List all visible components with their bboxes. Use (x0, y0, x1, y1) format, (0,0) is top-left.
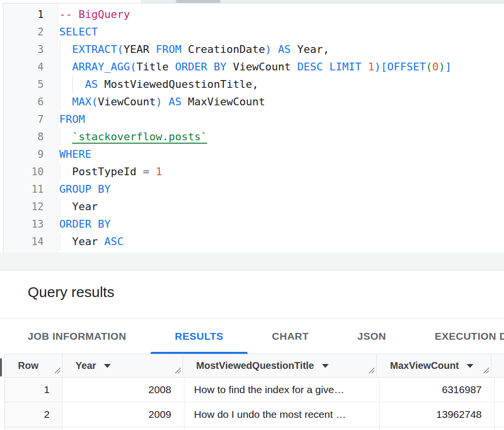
code-line-4: 4 ARRAY_AGG(Title ORDER BY ViewCount DES… (3, 58, 504, 76)
line-number: 7 (3, 111, 58, 128)
column-label: MostViewedQuestionTitle (196, 360, 314, 371)
cell-mostviewedquestiontitle (185, 427, 380, 430)
column-dropdown-icon[interactable] (104, 364, 111, 368)
line-number: 2 (3, 23, 58, 41)
line-number: 1 (3, 6, 58, 23)
line-number: 9 (3, 146, 58, 163)
code-text: SELECT (58, 23, 98, 41)
line-number: 8 (3, 128, 58, 146)
cell-filler (495, 378, 504, 402)
code-lines: 1-- BigQuery2SELECT3 EXTRACT(YEAR FROM C… (3, 3, 504, 250)
line-number: 10 (3, 163, 58, 181)
cell-maxviewcount (380, 427, 495, 430)
code-text: -- BigQuery (58, 6, 130, 23)
code-line-12: 12 Year (3, 198, 504, 215)
panel-splitter[interactable] (0, 252, 504, 270)
results-tab-bar: JOB INFORMATIONRESULTSCHARTJSONEXECUTION… (0, 318, 504, 354)
code-line-13: 13ORDER BY (3, 215, 504, 233)
cell-maxviewcount: 13962748 (380, 402, 495, 427)
line-number: 3 (3, 41, 58, 58)
query-results-title: Query results (0, 270, 504, 300)
code-line-10: 10 PostTypeId = 1 (3, 163, 504, 181)
tab-chart[interactable]: CHART (248, 318, 333, 354)
line-number: 13 (3, 215, 58, 233)
column-header-mostviewedquestiontitle[interactable]: MostViewedQuestionTitle (183, 354, 377, 377)
cell-row: 1 (5, 378, 63, 402)
left-scrollbar-thumb[interactable] (0, 358, 2, 377)
code-text: WHERE (58, 146, 91, 163)
cell-year: 2009 (63, 402, 184, 427)
column-label: MaxViewCount (390, 360, 459, 371)
line-number: 4 (3, 58, 58, 76)
cell-maxviewcount: 6316987 (380, 378, 495, 402)
code-text: Year (58, 198, 98, 215)
column-resize-handle-icon[interactable] (53, 365, 61, 376)
results-grid: RowYearMostViewedQuestionTitleMaxViewCou… (4, 354, 504, 430)
tab-results[interactable]: RESULTS (151, 318, 248, 354)
indent-guide (60, 198, 60, 215)
code-line-2: 2SELECT (3, 23, 504, 41)
tab-json[interactable]: JSON (333, 318, 410, 354)
code-text: MAX(ViewCount) AS MaxViewCount (58, 93, 265, 111)
cell-filler (495, 427, 504, 430)
tab-execution-details[interactable]: EXECUTION DETAILS (410, 318, 504, 354)
code-text: `stackoverflow.posts` (58, 128, 207, 146)
indent-guide (60, 233, 60, 250)
column-resize-handle-icon[interactable] (368, 365, 375, 376)
code-text: ORDER BY (58, 215, 111, 233)
query-results-header: Query results (0, 270, 504, 318)
code-text: GROUP BY (58, 181, 111, 198)
line-number: 5 (3, 76, 58, 93)
table-body: 12008How to find the index for a give…63… (5, 378, 504, 430)
code-line-11: 11GROUP BY (3, 181, 504, 198)
code-text: FROM (58, 111, 85, 128)
column-resize-handle-icon[interactable] (174, 365, 181, 376)
code-text: ARRAY_AGG(Title ORDER BY ViewCount DESC … (58, 58, 452, 76)
indent-guide (60, 41, 60, 58)
table-row-1: 12008How to find the index for a give…63… (5, 378, 504, 402)
bigquery-query-panel: 1-- BigQuery2SELECT3 EXTRACT(YEAR FROM C… (0, 0, 504, 430)
cell-mostviewedquestiontitle: How to find the index for a give… (185, 378, 380, 402)
results-table: RowYearMostViewedQuestionTitleMaxViewCou… (0, 354, 504, 430)
column-resize-handle-icon[interactable] (482, 365, 489, 376)
column-header-maxviewcount[interactable]: MaxViewCount (377, 354, 491, 377)
column-dropdown-icon[interactable] (322, 364, 329, 368)
table-header-row: RowYearMostViewedQuestionTitleMaxViewCou… (5, 354, 504, 378)
column-header-row[interactable]: Row (5, 354, 63, 377)
code-text: EXTRACT(YEAR FROM CreationDate) AS Year, (58, 41, 329, 58)
code-text: Year ASC (58, 233, 123, 250)
indent-guide (60, 76, 60, 93)
line-number: 6 (3, 93, 58, 111)
code-line-14: 14 Year ASC (3, 233, 504, 250)
cell-row (5, 427, 63, 430)
cell-mostviewedquestiontitle: How do I undo the most recent … (185, 402, 380, 427)
indent-guide (72, 76, 73, 93)
indent-guide (60, 93, 60, 111)
code-line-7: 7FROM (3, 111, 504, 128)
column-label: Row (18, 360, 38, 371)
code-line-6: 6 MAX(ViewCount) AS MaxViewCount (3, 93, 504, 111)
column-header-year[interactable]: Year (63, 354, 184, 377)
line-number: 11 (3, 181, 58, 198)
code-text: PostTypeId = 1 (58, 163, 162, 181)
cell-year (63, 427, 184, 430)
code-line-8: 8 `stackoverflow.posts` (3, 128, 504, 146)
column-label: Year (76, 360, 96, 371)
indent-guide (60, 163, 60, 181)
tab-job-information[interactable]: JOB INFORMATION (3, 318, 151, 354)
sql-editor[interactable]: 1-- BigQuery2SELECT3 EXTRACT(YEAR FROM C… (3, 3, 504, 252)
code-line-9: 9WHERE (3, 146, 504, 163)
column-header-filler (491, 354, 504, 377)
indent-guide (60, 58, 60, 76)
table-row-partial (5, 427, 504, 430)
code-line-3: 3 EXTRACT(YEAR FROM CreationDate) AS Yea… (3, 41, 504, 58)
cell-row: 2 (5, 402, 63, 427)
line-number: 12 (3, 198, 58, 215)
column-dropdown-icon[interactable] (467, 364, 473, 368)
code-line-1: 1-- BigQuery (3, 6, 504, 23)
code-text: AS MostViewedQuestionTitle, (58, 76, 259, 93)
table-row-2: 22009How do I undo the most recent …1396… (5, 402, 504, 427)
cell-year: 2008 (63, 378, 184, 402)
code-line-5: 5 AS MostViewedQuestionTitle, (3, 76, 504, 93)
cell-filler (495, 402, 504, 427)
